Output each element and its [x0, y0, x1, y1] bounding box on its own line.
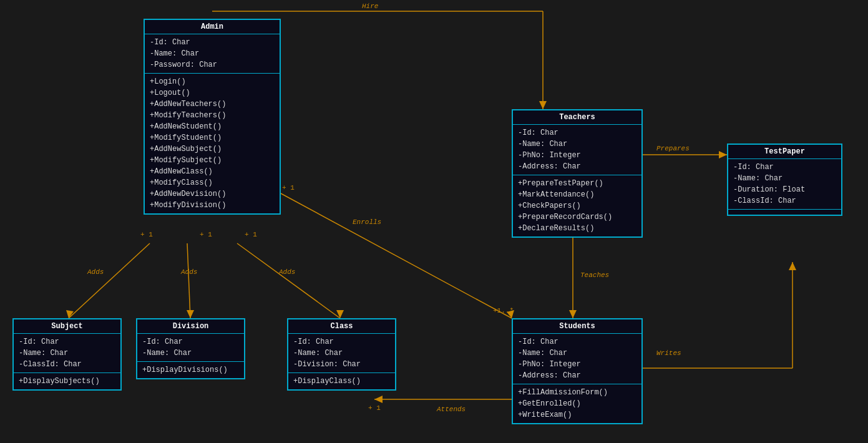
teachers-methods: +PrepareTestPaper() +MarkAttendance() +C…	[513, 175, 641, 236]
adds-division-label: Adds	[181, 268, 197, 276]
enrolls-label: Enrolls	[353, 218, 381, 226]
subject-attrs: -Id: Char -Name: Char -ClassId: Char	[14, 334, 120, 373]
subject-methods: +DisplaySubjects()	[14, 373, 120, 389]
admin-class: Admin -Id: Char -Name: Char -Password: C…	[144, 19, 281, 215]
admin-methods: +Login() +Logout() +AddNewTeachers() +Mo…	[145, 74, 280, 213]
adds-class-label: Adds	[279, 268, 295, 276]
class-attrs: -Id: Char -Name: Char -Division: Char	[288, 334, 395, 373]
mult-class-attends: + 1	[368, 404, 381, 412]
teachers-class: Teachers -Id: Char -Name: Char -PhNo: In…	[512, 109, 643, 238]
subject-title: Subject	[14, 319, 120, 334]
svg-line-14	[187, 243, 190, 318]
class-title: Class	[288, 319, 395, 334]
diagram-svg	[0, 0, 868, 443]
testpaper-methods	[728, 210, 841, 215]
teaches-label: Teaches	[580, 271, 609, 279]
svg-line-10	[281, 193, 512, 318]
diagram-container: Admin -Id: Char -Name: Char -Password: C…	[0, 0, 868, 443]
svg-marker-17	[336, 310, 344, 318]
attends-label: Attends	[437, 406, 466, 413]
division-class: Division -Id: Char -Name: Char +DisplayD…	[136, 318, 245, 379]
svg-marker-20	[374, 396, 383, 403]
class-class: Class -Id: Char -Name: Char -Division: C…	[287, 318, 396, 391]
prepares-label: Prepares	[656, 145, 690, 152]
mult-admin-adds3: + 1	[245, 231, 257, 238]
svg-marker-6	[569, 310, 577, 318]
svg-marker-9	[789, 262, 796, 270]
testpaper-class: TestPaper -Id: Char -Name: Char -Duratio…	[727, 144, 842, 216]
subject-class: Subject -Id: Char -Name: Char -ClassId: …	[12, 318, 122, 391]
admin-attrs: -Id: Char -Name: Char -Password: Char	[145, 34, 280, 74]
testpaper-attrs: -Id: Char -Name: Char -Duration: Float -…	[728, 159, 841, 210]
adds-subject-label: Adds	[87, 268, 104, 276]
svg-marker-13	[66, 310, 74, 318]
svg-marker-4	[719, 151, 727, 158]
students-title: Students	[513, 319, 641, 334]
class-methods: +DisplayClass()	[288, 373, 395, 389]
mult-admin-adds1: + 1	[140, 231, 153, 238]
division-attrs: -Id: Char -Name: Char	[137, 334, 244, 362]
svg-line-16	[237, 243, 340, 318]
mult-admin-enrolls: + 1	[282, 184, 295, 192]
division-methods: +DisplayDivisions()	[137, 362, 244, 378]
testpaper-title: TestPaper	[728, 145, 841, 159]
division-title: Division	[137, 319, 244, 334]
teachers-attrs: -Id: Char -Name: Char -PhNo: Integer -Ad…	[513, 125, 641, 175]
students-methods: +FillAdmissionForm() +GetEnrolled() +Wri…	[513, 384, 641, 423]
mult-admin-adds2: + 1	[200, 231, 212, 238]
teachers-title: Teachers	[513, 110, 641, 125]
students-attrs: -Id: Char -Name: Char -PhNo: Integer -Ad…	[513, 334, 641, 384]
svg-marker-15	[187, 310, 194, 318]
students-class: Students -Id: Char -Name: Char -PhNo: In…	[512, 318, 643, 424]
admin-title: Admin	[145, 20, 280, 34]
svg-marker-2	[539, 101, 547, 109]
mult-students-enrolls: +1..*	[493, 307, 514, 314]
hire-label: Hire	[362, 2, 378, 10]
svg-line-12	[69, 243, 150, 318]
writes-label: Writes	[656, 349, 681, 357]
